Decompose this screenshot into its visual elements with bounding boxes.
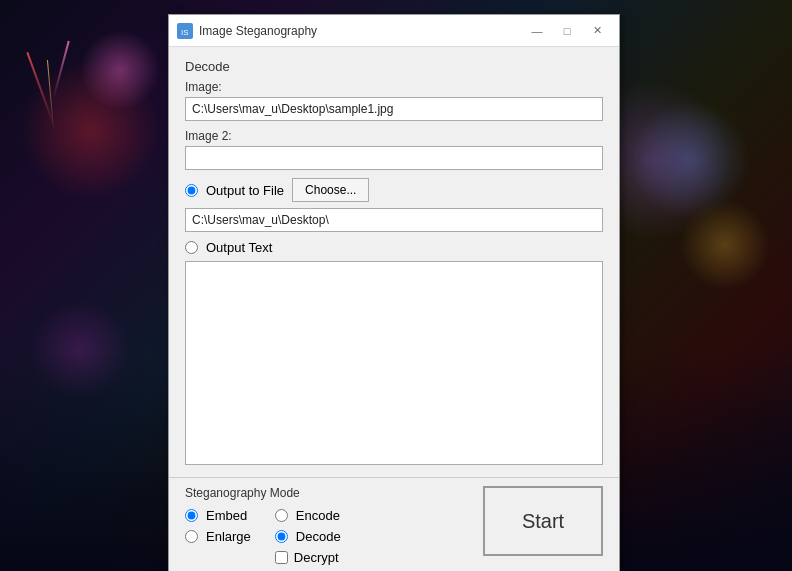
window-controls: — □ ✕ [523,21,611,41]
embed-row: Embed [185,508,251,523]
image-input[interactable] [185,97,603,121]
image2-label: Image 2: [185,129,603,143]
output-text-label[interactable]: Output Text [206,240,272,255]
maximize-button[interactable]: □ [553,21,581,41]
output-path-group [185,208,603,232]
close-button[interactable]: ✕ [583,21,611,41]
output-text-radio[interactable] [185,241,198,254]
choose-button[interactable]: Choose... [292,178,369,202]
decrypt-label[interactable]: Decrypt [294,550,339,565]
output-path-input[interactable] [185,208,603,232]
image-label: Image: [185,80,603,94]
svg-text:IS: IS [181,28,189,37]
encode-radio[interactable] [275,509,288,522]
embed-radio[interactable] [185,509,198,522]
enlarge-row: Enlarge [185,529,251,544]
window-title: Image Steganography [199,24,523,38]
enlarge-radio[interactable] [185,530,198,543]
output-file-row: Output to File Choose... [185,178,603,202]
image2-input[interactable] [185,146,603,170]
window-content: Decode Image: Image 2: Output to File Ch… [169,47,619,477]
output-file-radio[interactable] [185,184,198,197]
decode-section-label: Decode [185,59,603,74]
decode-row: Decode [275,529,341,544]
decode-radio[interactable] [275,530,288,543]
decrypt-row: Decrypt [275,550,341,565]
mode-right-column: Encode Decode Decrypt [275,508,341,565]
decrypt-checkbox[interactable] [275,551,288,564]
app-icon: IS [177,23,193,39]
steganography-mode-group: Steganography Mode Embed Enlarge [185,486,341,565]
firework-decoration [80,30,160,110]
mode-title: Steganography Mode [185,486,341,500]
output-file-label[interactable]: Output to File [206,183,284,198]
title-bar: IS Image Steganography — □ ✕ [169,15,619,47]
decode-label[interactable]: Decode [296,529,341,544]
application-window: IS Image Steganography — □ ✕ Decode Imag… [168,14,620,571]
output-textarea[interactable] [185,261,603,465]
minimize-button[interactable]: — [523,21,551,41]
bottom-section: Steganography Mode Embed Enlarge [169,477,619,571]
enlarge-label[interactable]: Enlarge [206,529,251,544]
image2-field-group: Image 2: [185,129,603,170]
start-button[interactable]: Start [483,486,603,556]
encode-row: Encode [275,508,341,523]
mode-columns: Embed Enlarge Encode Decode [185,508,341,565]
mode-left-column: Embed Enlarge [185,508,251,565]
embed-label[interactable]: Embed [206,508,247,523]
output-text-row: Output Text [185,240,603,255]
encode-label[interactable]: Encode [296,508,340,523]
image-field-group: Image: [185,80,603,121]
